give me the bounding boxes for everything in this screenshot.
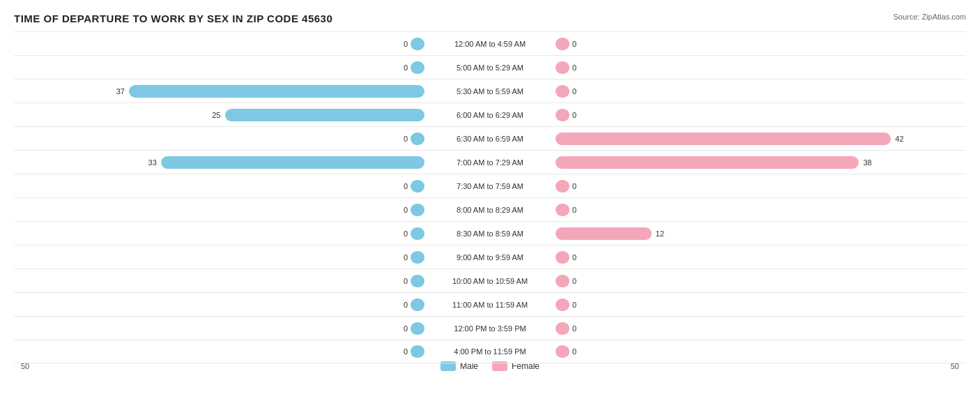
male-side-1: 0 — [14, 56, 427, 79]
male-zero-value: 0 — [404, 277, 408, 285]
chart-title: TIME OF DEPARTURE TO WORK BY SEX IN ZIP … — [14, 13, 332, 24]
female-value: 38 — [863, 158, 871, 167]
female-zero-value: 0 — [572, 111, 576, 119]
bar-row: 011:00 AM to 11:59 AM0 — [14, 292, 966, 316]
time-label-8: 8:30 AM to 8:59 AM — [427, 229, 553, 238]
male-side-0: 0 — [14, 32, 427, 55]
time-label-1: 5:00 AM to 5:29 AM — [427, 63, 553, 72]
female-bar-zero — [556, 251, 569, 264]
male-bar-zero — [411, 251, 424, 264]
female-zero-value: 0 — [572, 87, 576, 96]
male-bar-zero — [411, 204, 424, 216]
female-bar: 38 — [556, 156, 859, 169]
female-side-4: 42 — [553, 127, 966, 150]
time-label-10: 10:00 AM to 10:59 AM — [427, 277, 553, 285]
male-side-8: 0 — [14, 222, 427, 245]
time-label-4: 6:30 AM to 6:59 AM — [427, 135, 553, 143]
female-side-1: 0 — [553, 56, 966, 79]
female-zero-value: 0 — [572, 253, 576, 262]
male-value: 37 — [116, 87, 125, 96]
bar-row: 08:00 AM to 8:29 AM0 — [14, 197, 966, 221]
male-bar-zero — [411, 180, 424, 193]
male-side-11: 0 — [14, 293, 427, 316]
bar-row: 337:00 AM to 7:29 AM38 — [14, 150, 966, 174]
female-side-0: 0 — [553, 32, 966, 55]
time-label-6: 7:30 AM to 7:59 AM — [427, 182, 553, 190]
time-label-3: 6:00 AM to 6:29 AM — [427, 111, 553, 119]
male-zero-value: 0 — [404, 301, 408, 309]
male-side-7: 0 — [14, 198, 427, 221]
time-label-13: 4:00 PM to 11:59 PM — [427, 347, 553, 356]
female-bar-zero — [556, 109, 569, 121]
male-zero-value: 0 — [404, 324, 408, 333]
male-zero-value: 0 — [404, 182, 408, 190]
male-value: 25 — [212, 111, 220, 119]
bar-row: 06:30 AM to 6:59 AM42 — [14, 126, 966, 150]
time-label-0: 12:00 AM to 4:59 AM — [427, 40, 553, 48]
bar-row: 010:00 AM to 10:59 AM0 — [14, 269, 966, 292]
bar-row: 07:30 AM to 7:59 AM0 — [14, 174, 966, 197]
male-bar-zero — [411, 133, 424, 145]
female-bar-zero — [556, 61, 569, 74]
male-zero-value: 0 — [404, 229, 408, 238]
female-value: 42 — [895, 135, 903, 143]
female-side-2: 0 — [553, 80, 966, 103]
bar-row: 05:00 AM to 5:29 AM0 — [14, 55, 966, 79]
female-zero-value: 0 — [572, 206, 576, 214]
bar-row: 256:00 AM to 6:29 AM0 — [14, 103, 966, 126]
female-side-6: 0 — [553, 174, 966, 197]
male-zero-value: 0 — [404, 63, 408, 72]
female-side-10: 0 — [553, 269, 966, 292]
female-bar-zero — [556, 322, 569, 335]
female-bar-zero — [556, 85, 569, 98]
time-label-7: 8:00 AM to 8:29 AM — [427, 206, 553, 214]
female-side-3: 0 — [553, 103, 966, 126]
time-label-2: 5:30 AM to 5:59 AM — [427, 87, 553, 96]
chart-area: 012:00 AM to 4:59 AM005:00 AM to 5:29 AM… — [14, 31, 966, 357]
female-zero-value: 0 — [572, 63, 576, 72]
female-bar: 12 — [556, 227, 652, 240]
bar-row: 04:00 PM to 11:59 PM0 — [14, 340, 966, 363]
bar-row: 012:00 PM to 3:59 PM0 — [14, 316, 966, 340]
female-bar-zero — [556, 345, 569, 358]
male-bar: 37 — [129, 85, 424, 98]
female-side-5: 38 — [553, 151, 966, 174]
female-zero-value: 0 — [572, 277, 576, 285]
male-side-2: 37 — [14, 80, 427, 103]
female-value: 12 — [656, 229, 664, 238]
female-side-13: 0 — [553, 340, 966, 363]
time-label-12: 12:00 PM to 3:59 PM — [427, 324, 553, 333]
bar-row: 012:00 AM to 4:59 AM0 — [14, 31, 966, 55]
female-zero-value: 0 — [572, 301, 576, 309]
female-side-7: 0 — [553, 198, 966, 221]
female-side-8: 12 — [553, 222, 966, 245]
male-bar-zero — [411, 322, 424, 335]
male-side-6: 0 — [14, 174, 427, 197]
male-bar-zero — [411, 299, 424, 311]
chart-container: TIME OF DEPARTURE TO WORK BY SEX IN ZIP … — [0, 0, 980, 415]
male-side-9: 0 — [14, 246, 427, 269]
time-label-11: 11:00 AM to 11:59 AM — [427, 301, 553, 309]
female-zero-value: 0 — [572, 324, 576, 333]
female-bar: 42 — [556, 133, 891, 145]
female-bar-zero — [556, 180, 569, 193]
bar-row: 08:30 AM to 8:59 AM12 — [14, 221, 966, 245]
bar-row: 09:00 AM to 9:59 AM0 — [14, 245, 966, 269]
time-label-9: 9:00 AM to 9:59 AM — [427, 253, 553, 262]
female-zero-value: 0 — [572, 347, 576, 356]
male-bar: 25 — [225, 109, 425, 121]
female-zero-value: 0 — [572, 182, 576, 190]
male-value: 33 — [148, 158, 157, 167]
male-zero-value: 0 — [404, 347, 408, 356]
female-bar-zero — [556, 275, 569, 287]
male-side-3: 25 — [14, 103, 427, 126]
title-row: TIME OF DEPARTURE TO WORK BY SEX IN ZIP … — [14, 13, 966, 24]
male-zero-value: 0 — [404, 206, 408, 214]
male-zero-value: 0 — [404, 253, 408, 262]
female-side-12: 0 — [553, 317, 966, 340]
female-zero-value: 0 — [572, 40, 576, 48]
male-side-10: 0 — [14, 269, 427, 292]
male-bar-zero — [411, 227, 424, 240]
male-side-4: 0 — [14, 127, 427, 150]
male-bar-zero — [411, 275, 424, 287]
